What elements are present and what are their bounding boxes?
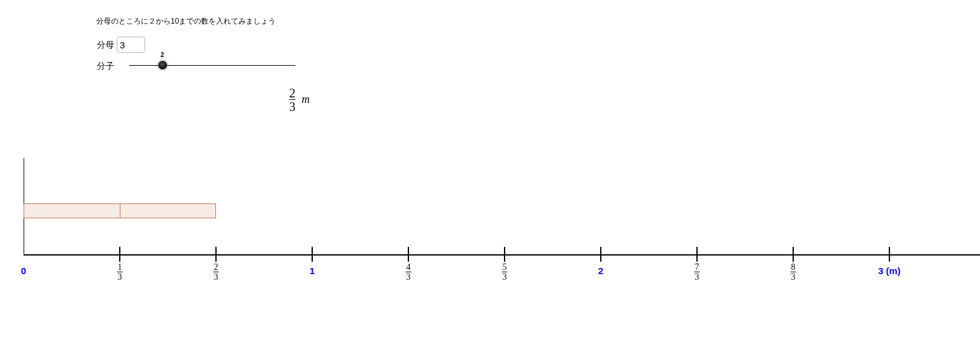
axis-tick [215,247,217,262]
fraction-bar [24,203,216,218]
axis-label-frac: 13 [117,263,122,282]
axis-label-int: 2 [598,265,603,276]
axis-frac-den: 3 [694,272,699,282]
axis-label-int: 1 [310,265,315,276]
axis-frac-num: 5 [502,263,508,272]
axis-label-frac: 83 [791,263,796,282]
axis-frac-num: 4 [405,263,411,272]
axis-frac-num: 8 [791,263,796,272]
axis-tick [889,247,890,262]
axis-label-frac: 53 [502,263,508,282]
axis-tick [600,247,601,262]
x-axis [24,254,980,256]
axis-frac-den: 3 [405,272,411,282]
axis-label-frac: 43 [405,263,411,282]
axis-tick [408,247,409,262]
axis-tick [696,247,698,262]
axis-frac-num: 7 [694,263,699,272]
axis-tick [504,247,505,262]
fraction-bar-divider [120,204,120,218]
axis-tick [119,247,120,262]
axis-frac-den: 3 [214,272,219,282]
axis-tick [312,247,313,262]
axis-tick [793,247,794,262]
axis-frac-num: 1 [117,263,122,272]
axis-frac-den: 3 [791,272,796,282]
axis-label-int: 0 [21,265,26,276]
axis-label-frac: 23 [214,263,219,282]
axis-frac-num: 2 [214,263,219,272]
number-line-diagram: 0132314353273833 (m) [0,0,980,356]
axis-frac-den: 3 [502,272,508,282]
axis-frac-den: 3 [117,272,122,282]
axis-label-int: 3 (m) [878,265,901,276]
axis-label-frac: 73 [694,263,699,282]
